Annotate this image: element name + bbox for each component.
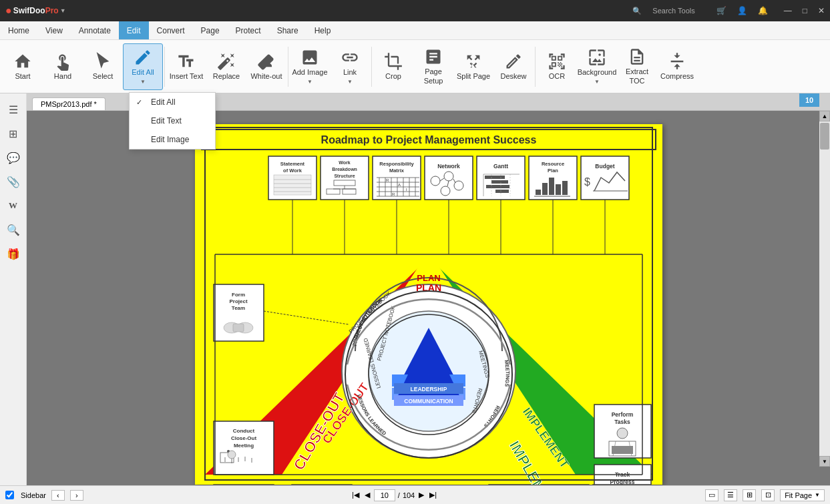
ocr-button[interactable]: OCR — [537, 43, 577, 90]
bell-icon[interactable]: 🔔 — [758, 6, 768, 15]
document-tab[interactable]: PMSpr2013.pdf * — [32, 97, 106, 110]
insert-text-button[interactable]: Insert Text — [166, 43, 206, 90]
edit-all-dropdown: ✓ Edit All Edit Text Edit Image — [129, 92, 216, 150]
view-continuous-button[interactable]: ☰ — [724, 489, 737, 501]
sep1 — [164, 47, 165, 87]
svg-text:COMMUNICATION: COMMUNICATION — [404, 398, 453, 405]
scroll-up-button[interactable]: ▲ — [819, 111, 830, 121]
page-setup-label: Page Setup — [415, 67, 452, 85]
deskew-icon — [504, 52, 523, 71]
deskew-label: Deskew — [500, 72, 526, 81]
cursor-icon — [93, 52, 112, 71]
page-setup-icon — [424, 47, 443, 66]
maximize-button[interactable]: □ — [803, 6, 807, 15]
sidebar-icon-home[interactable]: ☰ — [3, 99, 24, 120]
compress-button[interactable]: Compress — [657, 43, 697, 90]
prev-panel-button[interactable]: ‹ — [51, 490, 65, 501]
hand-button[interactable]: Hand — [43, 43, 83, 90]
add-image-label: Add Image — [292, 68, 327, 77]
edit-all-button[interactable]: Edit All ▼ — [123, 43, 163, 90]
app-name: SwifDoo — [13, 6, 45, 15]
next-page-button[interactable]: ▶ — [417, 491, 425, 499]
view-thumbnail-button[interactable]: ⊡ — [761, 489, 775, 501]
svg-text:Responsibility: Responsibility — [379, 161, 414, 167]
view-double-button[interactable]: ⊞ — [743, 489, 756, 501]
crop-button[interactable]: Crop — [373, 43, 413, 90]
split-page-button[interactable]: Split Page — [453, 43, 493, 90]
svg-text:Roadmap to Project Management : Roadmap to Project Management Success — [321, 134, 536, 146]
start-button[interactable]: Start — [3, 43, 43, 90]
menu-view[interactable]: View — [37, 21, 71, 39]
last-page-button[interactable]: ▶| — [428, 491, 438, 499]
dropdown-edit-all[interactable]: ✓ Edit All — [130, 93, 215, 111]
next-panel-button[interactable]: › — [70, 490, 83, 501]
white-out-button[interactable]: White-out — [246, 43, 286, 90]
user-icon[interactable]: 👤 — [737, 6, 747, 15]
scroll-thumb[interactable] — [820, 123, 829, 150]
background-arrow: ▼ — [594, 79, 600, 85]
shopping-icon[interactable]: 🛒 — [716, 6, 727, 15]
link-button[interactable]: Link ▼ — [330, 43, 370, 90]
first-page-button[interactable]: |◀ — [351, 491, 361, 499]
svg-text:Project: Project — [229, 298, 247, 304]
menu-protect[interactable]: Protect — [228, 21, 269, 39]
dropdown-edit-all-label: Edit All — [151, 97, 176, 107]
deskew-button[interactable]: Deskew — [493, 43, 534, 90]
menu-bar: Home View Annotate Edit Convert Page Pro… — [0, 21, 830, 40]
sidebar-icon-gift[interactable]: 🎁 — [3, 243, 24, 264]
insert-text-label: Insert Text — [170, 72, 204, 81]
page-number-input[interactable]: 10 — [374, 489, 395, 501]
sidebar-icon-attachments[interactable]: 📎 — [3, 171, 24, 192]
add-image-icon — [300, 48, 319, 67]
menu-help[interactable]: Help — [306, 21, 339, 39]
menu-edit[interactable]: Edit — [119, 21, 149, 39]
prev-page-button[interactable]: ◀ — [363, 491, 371, 499]
replace-button[interactable]: Replace — [206, 43, 246, 90]
close-button[interactable]: ✕ — [818, 6, 825, 15]
add-image-button[interactable]: Add Image ▼ — [290, 43, 330, 90]
sidebar-icon-pages[interactable]: ⊞ — [3, 123, 24, 144]
svg-text:Form: Form — [232, 292, 245, 298]
page-setup-button[interactable]: Page Setup — [413, 43, 453, 90]
scroll-track[interactable] — [819, 121, 830, 456]
sidebar-checkbox[interactable] — [5, 491, 14, 499]
menu-convert[interactable]: Convert — [149, 21, 193, 39]
fit-page-dropdown[interactable]: Fit Page ▼ — [780, 489, 825, 501]
svg-text:LEADERSHIP: LEADERSHIP — [410, 386, 447, 393]
background-button[interactable]: Background ▼ — [577, 43, 617, 90]
page-indicator: 10 — [799, 93, 819, 107]
extract-toc-button[interactable]: Extract TOC — [617, 43, 657, 90]
view-single-button[interactable]: ▭ — [705, 489, 718, 501]
fit-page-label: Fit Page — [785, 491, 812, 499]
menu-annotate[interactable]: Annotate — [71, 21, 119, 39]
select-label: Select — [93, 72, 114, 81]
sidebar-icon-bookmarks[interactable]: W — [3, 195, 24, 216]
menu-home[interactable]: Home — [0, 21, 37, 39]
background-label: Background — [578, 68, 617, 77]
menu-page[interactable]: Page — [193, 21, 228, 39]
svg-text:A: A — [398, 183, 401, 187]
scroll-down-arrow[interactable]: ▼ — [819, 456, 830, 467]
sep2 — [288, 47, 288, 87]
ocr-icon — [548, 52, 566, 71]
select-button[interactable]: Select — [83, 43, 123, 90]
svg-point-125 — [617, 428, 628, 439]
start-label: Start — [15, 72, 30, 81]
menu-share[interactable]: Share — [269, 21, 306, 39]
vertical-scrollbar: ▲ ▼ — [819, 111, 830, 467]
svg-text:Matrix: Matrix — [389, 168, 404, 174]
link-label: Link — [343, 68, 357, 77]
sidebar-label[interactable]: Sidebar — [21, 491, 46, 499]
doc-viewport[interactable]: Roadmap to Project Management Success — [27, 111, 830, 485]
dropdown-edit-text[interactable]: Edit Text — [130, 111, 215, 130]
minimize-button[interactable]: — — [784, 6, 792, 15]
crop-icon — [384, 52, 403, 71]
app-name2: Pro — [45, 6, 59, 15]
sidebar-icon-comments[interactable]: 💬 — [3, 147, 24, 168]
svg-text:Budget: Budget — [595, 163, 614, 170]
compress-label: Compress — [660, 72, 694, 81]
replace-icon — [217, 52, 236, 71]
sidebar-icon-search[interactable]: 🔍 — [3, 219, 24, 240]
dropdown-edit-image[interactable]: Edit Image — [130, 130, 215, 149]
extract-toc-label: Extract TOC — [618, 67, 656, 85]
